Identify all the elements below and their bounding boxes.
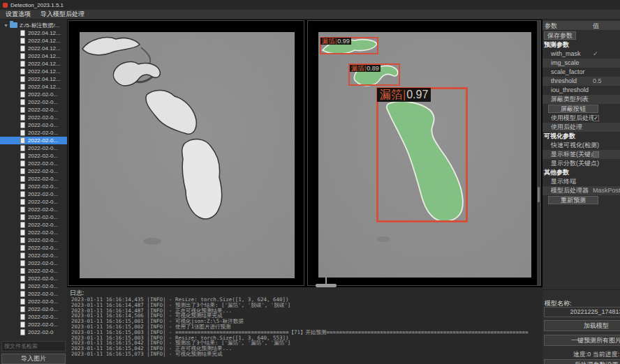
param-row[interactable]: with_mask✓ xyxy=(542,50,620,59)
tree-item[interactable]: 2022-02-0... xyxy=(0,175,67,183)
tree-item[interactable]: 2022-02-0... xyxy=(0,298,67,305)
tree-item[interactable]: 2022-02-0... xyxy=(0,244,67,252)
tree-item[interactable]: 2022.04.12... xyxy=(0,37,67,45)
scrollbar-thumb[interactable] xyxy=(538,187,540,202)
file-icon xyxy=(20,107,25,113)
file-icon xyxy=(20,176,25,182)
tree-item[interactable]: 2022-02-0... xyxy=(0,114,67,121)
tree-item[interactable]: 2022-02-0... xyxy=(0,167,67,175)
param-row[interactable]: scale_factor xyxy=(542,68,620,77)
tree-item[interactable]: 2022.04.12... xyxy=(0,29,67,37)
param-section-header: 其他参数 xyxy=(542,168,620,177)
tree-item[interactable]: 2022.04.12... xyxy=(0,60,67,68)
file-tree-items: 2022.04.12...2022.04.12...2022.04.12...2… xyxy=(0,29,67,336)
tree-item[interactable]: 2022-02-0... xyxy=(0,129,67,137)
tree-item[interactable]: 2022-02-0 xyxy=(0,328,67,336)
tree-item[interactable]: 2022.04.12... xyxy=(0,75,67,83)
file-icon xyxy=(20,183,25,190)
search-input[interactable] xyxy=(1,341,66,351)
tree-item[interactable]: 2022-02-0... xyxy=(0,206,67,213)
tree-item[interactable]: 2022-02-0... xyxy=(0,121,67,129)
param-row[interactable]: 模型后处理器MaskPostProc xyxy=(542,186,620,195)
predict-all-button[interactable]: 一键预测所有图片 xyxy=(544,335,620,346)
tree-item[interactable]: 2022-02-0... xyxy=(0,229,67,236)
file-icon xyxy=(20,252,25,259)
tree-root[interactable]: ▼ Z:/5-标注数据/... xyxy=(0,21,67,29)
window-title: Detection_2023.1.5.1 xyxy=(10,2,64,8)
chevron-down-icon[interactable]: ▼ xyxy=(3,23,8,28)
postprocess-settings-button[interactable]: 后处理参数设置 xyxy=(544,359,620,364)
tree-item-label: 2022-02-0... xyxy=(28,168,58,174)
tree-item-label: 2022-02-0... xyxy=(28,291,58,297)
tree-item-label: 2022-02-0... xyxy=(28,153,58,159)
tree-item[interactable]: 2022-02-0... xyxy=(0,221,67,229)
tree-item-label: 2022-02-0... xyxy=(28,283,58,289)
tree-item[interactable]: 2022-02-0... xyxy=(0,259,67,267)
menu-settings[interactable]: 设置选项 xyxy=(6,10,31,19)
param-label: 其他参数 xyxy=(544,168,569,177)
tree-item[interactable]: 2022-02-0... xyxy=(0,290,67,298)
param-button[interactable]: 屏蔽按钮 xyxy=(548,105,598,113)
load-model-button[interactable]: 加载模型 xyxy=(544,320,620,331)
viewer-scrollbar[interactable] xyxy=(537,21,540,285)
tree-item[interactable]: 2022-02-0... xyxy=(0,106,67,114)
menu-import-postprocess[interactable]: 导入模型后处理 xyxy=(40,10,84,19)
tree-item[interactable]: 2022-02-0... xyxy=(0,275,67,282)
source-image[interactable] xyxy=(80,32,295,278)
param-button[interactable]: 保存参数 xyxy=(544,31,576,40)
tree-item[interactable]: 2022-02-0... xyxy=(0,305,67,313)
model-name-value[interactable]: 20221225_174813 xyxy=(544,307,620,317)
param-row[interactable]: img_scale xyxy=(542,59,620,68)
param-row[interactable]: 屏蔽类型列表 xyxy=(542,95,620,104)
file-icon xyxy=(20,137,25,144)
param-row[interactable]: 使用模型后处理✓ xyxy=(542,114,620,123)
tree-item[interactable]: 2022-02-0... xyxy=(0,160,67,167)
param-row[interactable]: threshold0.5 xyxy=(542,77,620,86)
tree-item-label: 2022-02-0 xyxy=(28,329,53,335)
param-row[interactable]: 显示标签(关键点) xyxy=(542,150,620,159)
import-images-button[interactable]: 导入图片 xyxy=(1,354,66,364)
tree-item-label: 2022-02-0... xyxy=(28,107,58,113)
tree-item[interactable]: 2022-02-0... xyxy=(0,190,67,198)
tree-item[interactable]: 2022-02-0... xyxy=(0,98,67,106)
tree-item-label: 2022.04.12... xyxy=(28,76,61,82)
param-row[interactable]: 显示分数(关键点) xyxy=(542,159,620,168)
tree-item[interactable]: 2022-02-0... xyxy=(0,282,67,290)
param-value: MaskPostProc xyxy=(593,186,620,195)
param-label: img_scale xyxy=(551,59,580,68)
tree-item-label: 2022-02-0... xyxy=(28,275,58,282)
checkbox[interactable]: ✓ xyxy=(593,115,599,121)
log-panel[interactable]: 日志: 2023-01-11 16:16:14,435 |INFO| - Res… xyxy=(67,287,542,364)
tree-item-label: 2022-02-0... xyxy=(28,245,58,251)
file-icon xyxy=(20,298,25,305)
tree-item[interactable]: 2022-02-0... xyxy=(0,144,67,152)
tree-item[interactable]: 2022-02-0... xyxy=(0,152,67,160)
param-row[interactable]: 显示终端 xyxy=(542,177,620,186)
tree-item-label: 2022-02-0... xyxy=(28,222,58,228)
param-row[interactable]: 使用后处理 xyxy=(542,123,620,132)
tree-item[interactable]: 2022-02-0... xyxy=(0,183,67,190)
param-row[interactable]: iou_threshold xyxy=(542,86,620,95)
tree-item-label: 2022-02-0... xyxy=(28,145,58,151)
tree-item[interactable]: 2022.04.12... xyxy=(0,45,67,52)
tree-item[interactable]: 2022.04.12... xyxy=(0,83,67,91)
result-image[interactable]: 漏箔|0.99 漏箔|0.89 漏箔|0.97 xyxy=(318,32,531,278)
tree-item[interactable]: 2022.04.12... xyxy=(0,52,67,60)
tree-item[interactable]: 2022-02-0... xyxy=(0,236,67,244)
result-image-view[interactable]: 漏箔|0.99 漏箔|0.89 漏箔|0.97 xyxy=(307,20,541,286)
tree-item[interactable]: 2022-02-0... xyxy=(0,313,67,321)
tree-item[interactable]: 2022-02-0... xyxy=(0,91,67,98)
tree-item[interactable]: 2022-02-0... xyxy=(0,198,67,206)
tree-item[interactable]: 2022.04.12... xyxy=(0,68,67,75)
tree-item[interactable]: 2022-02-0... xyxy=(0,137,67,144)
file-icon xyxy=(20,283,25,289)
file-tree[interactable]: ▼ Z:/5-标注数据/... 2022.04.12...2022.04.12.… xyxy=(0,21,67,340)
checkbox[interactable] xyxy=(593,151,599,158)
tree-item[interactable]: 2022-02-0... xyxy=(0,213,67,221)
source-image-view[interactable] xyxy=(68,20,304,286)
tree-item[interactable]: 2022-02-0... xyxy=(0,321,67,328)
tree-item[interactable]: 2022-02-0... xyxy=(0,267,67,275)
param-button[interactable]: 重新预测 xyxy=(548,196,598,204)
param-row[interactable]: 快速可视化(检测) xyxy=(542,141,620,150)
tree-item[interactable]: 2022-02-0... xyxy=(0,252,67,259)
